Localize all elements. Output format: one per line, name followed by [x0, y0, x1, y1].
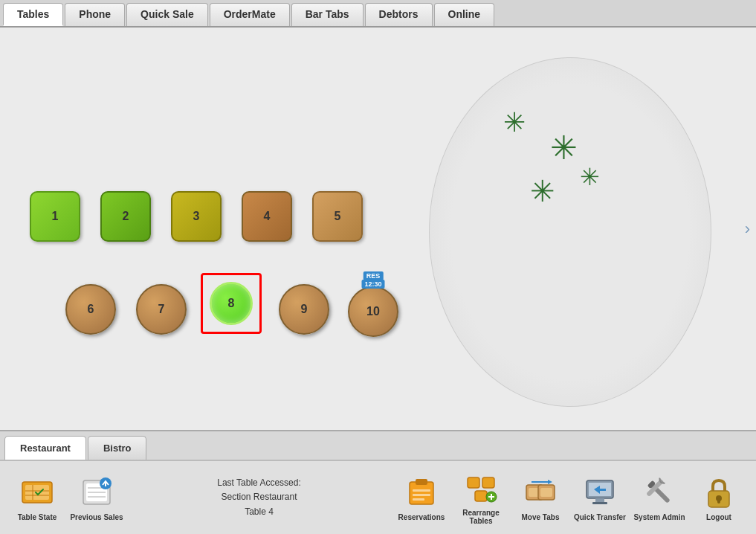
svg-rect-19	[475, 491, 487, 501]
previous-sales-icon	[79, 475, 114, 510]
tab-tables[interactable]: Tables	[3, 3, 63, 26]
table-2[interactable]: 2	[100, 191, 151, 242]
side-arrow-icon[interactable]: ›	[745, 219, 750, 239]
table-2-label: 2	[123, 210, 129, 223]
table-6[interactable]: 6	[65, 284, 116, 335]
last-table-line3: Table 4	[126, 505, 392, 519]
table-10-label: 10	[366, 305, 380, 318]
top-nav-tabs: Tables Phone Quick Sale OrderMate Bar Ta…	[0, 0, 756, 28]
main-area: ✳ ✳ ✳ ✳ 1 2 3 4 5 6 7 8	[0, 28, 756, 460]
svg-marker-27	[548, 480, 552, 484]
table-10[interactable]: 10	[348, 286, 398, 337]
svg-rect-38	[717, 498, 720, 504]
svg-rect-31	[592, 502, 607, 504]
table-3[interactable]: 3	[171, 191, 222, 242]
table-layout: ✳ ✳ ✳ ✳ 1 2 3 4 5 6 7 8	[0, 28, 756, 430]
svg-rect-13	[416, 479, 427, 485]
plant-icon-1: ✳	[503, 109, 526, 136]
tab-online[interactable]: Online	[434, 3, 495, 26]
logout-button[interactable]: Logout	[689, 464, 749, 531]
svg-rect-16	[413, 498, 424, 501]
quick-transfer-label: Quick Transfer	[574, 513, 626, 521]
rearrange-tables-label: Rearrange Tables	[454, 509, 508, 525]
table-1-label: 1	[52, 210, 59, 223]
table-7[interactable]: 7	[136, 284, 187, 335]
res-badge-line2: 12:30	[364, 280, 381, 288]
table-state-label: Table State	[18, 513, 57, 521]
tab-restaurant[interactable]: Restaurant	[4, 436, 86, 460]
plant-icon-3: ✳	[530, 176, 555, 206]
table-8-label: 8	[228, 297, 235, 310]
tab-phone[interactable]: Phone	[65, 3, 125, 26]
table-5-label: 5	[335, 210, 341, 223]
section-tabs: Restaurant Bistro	[0, 430, 756, 460]
table-3-label: 3	[193, 210, 200, 223]
svg-rect-1	[25, 485, 49, 500]
table-5[interactable]: 5	[312, 191, 363, 242]
rearrange-tables-button[interactable]: Rearrange Tables	[451, 464, 511, 531]
system-admin-icon	[642, 475, 677, 510]
tab-debtors[interactable]: Debtors	[365, 3, 433, 26]
reservations-label: Reservations	[398, 513, 445, 521]
move-tabs-label: Move Tabs	[522, 513, 560, 521]
svg-rect-18	[482, 477, 494, 488]
quick-transfer-button[interactable]: Quick Transfer	[570, 464, 630, 531]
plant-icon-4: ✳	[580, 165, 600, 189]
rearrange-tables-icon	[463, 470, 499, 506]
tab-bistro[interactable]: Bistro	[88, 436, 147, 460]
svg-rect-14	[413, 489, 430, 492]
table-state-icon	[19, 475, 55, 510]
bottom-toolbar: Table State Previous Sales Last Table Ac…	[0, 460, 756, 534]
res-badge-line1: RES	[366, 272, 381, 280]
table-10-container: RES 12:30 10	[348, 273, 398, 337]
table-9-label: 9	[301, 303, 308, 316]
last-table-line2: Section Restaurant	[126, 490, 392, 504]
table-8: 8	[210, 282, 253, 325]
table-4-label: 4	[264, 210, 271, 223]
reservations-button[interactable]: Reservations	[392, 464, 451, 531]
previous-sales-button[interactable]: Previous Sales	[67, 464, 126, 531]
tab-quick-sale[interactable]: Quick Sale	[126, 3, 208, 26]
system-admin-button[interactable]: System Admin	[630, 464, 689, 531]
svg-rect-30	[595, 498, 604, 502]
table-9[interactable]: 9	[279, 284, 329, 335]
last-table-info: Last Table Accessed: Section Restaurant …	[126, 476, 392, 519]
move-tabs-icon	[523, 475, 558, 510]
svg-rect-12	[410, 482, 433, 504]
round-table-decoration	[429, 57, 711, 407]
logout-label: Logout	[706, 513, 731, 521]
svg-rect-15	[413, 494, 430, 496]
table-state-button[interactable]: Table State	[7, 464, 67, 531]
tab-bar-tabs[interactable]: Bar Tabs	[291, 3, 364, 26]
table-8-selected-wrapper[interactable]: 8	[201, 273, 262, 334]
move-tabs-button[interactable]: Move Tabs	[511, 464, 570, 531]
previous-sales-label: Previous Sales	[70, 513, 123, 521]
table-7-label: 7	[158, 303, 165, 316]
reservations-icon	[404, 475, 439, 510]
last-table-line1: Last Table Accessed:	[126, 476, 392, 490]
plant-icon-2: ✳	[550, 132, 578, 164]
table-4[interactable]: 4	[242, 191, 292, 242]
table-1[interactable]: 1	[30, 191, 80, 242]
table-6-label: 6	[88, 303, 94, 316]
svg-rect-17	[468, 477, 479, 488]
svg-rect-26	[540, 488, 552, 497]
tab-ordermate[interactable]: OrderMate	[210, 3, 290, 26]
quick-transfer-icon	[582, 475, 618, 510]
logout-icon	[701, 475, 737, 510]
system-admin-label: System Admin	[633, 513, 685, 521]
